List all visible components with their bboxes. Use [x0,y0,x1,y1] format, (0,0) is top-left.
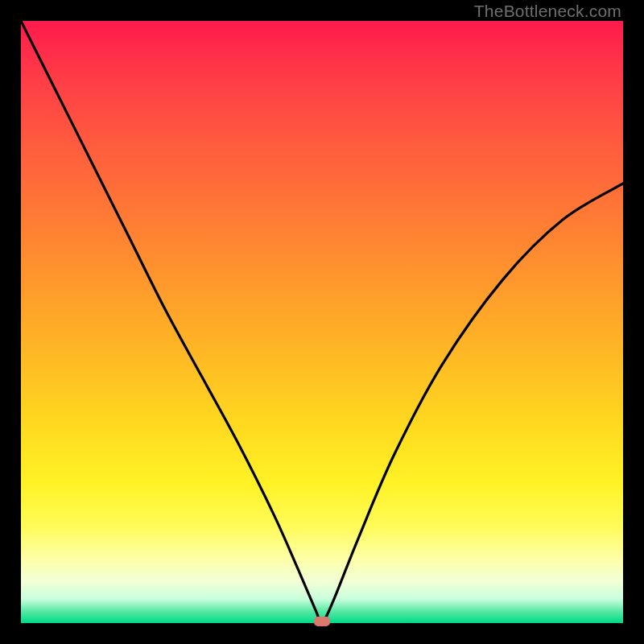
curve-svg [21,21,623,623]
plot-area [21,21,623,623]
watermark-label: TheBottleneck.com [474,2,621,21]
bottleneck-curve-path [21,21,623,623]
chart-frame: TheBottleneck.com [0,0,644,644]
curve-min-marker [314,617,330,626]
